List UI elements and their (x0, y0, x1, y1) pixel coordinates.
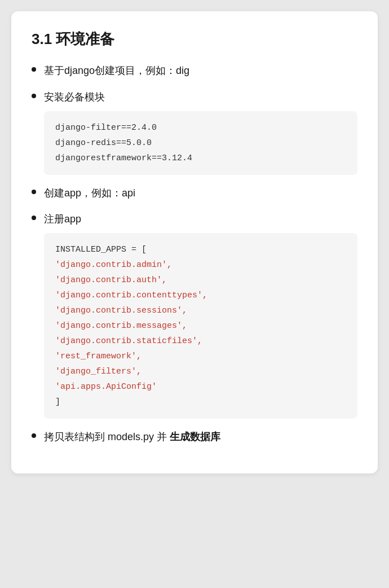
code-line: 'django.contrib.admin', (55, 257, 346, 273)
bullet-text: 基于django创建项目，例如：dig (44, 63, 357, 79)
bullet-dot (32, 433, 36, 438)
list-item: 拷贝表结构到 models.py 并 生成数据库 (32, 429, 357, 445)
code-line: 'django.contrib.auth', (55, 273, 346, 288)
bullet-dot (32, 190, 36, 194)
bullet-dot (32, 216, 36, 220)
section-title: 3.1 环境准备 (32, 29, 357, 49)
code-block-modules: django-filter==2.4.0 django-redis==5.0.0… (44, 111, 357, 175)
code-line: 'django.contrib.staticfiles', (55, 334, 346, 349)
code-block-installed-apps: INSTALLED_APPS = [ 'django.contrib.admin… (44, 233, 357, 419)
code-line: 'django_filters', (55, 364, 346, 379)
bullet-text: 注册app (44, 211, 81, 227)
list-item: 安装必备模块 django-filter==2.4.0 django-redis… (32, 89, 357, 175)
code-line: django-redis==5.0.0 (55, 135, 346, 151)
list-item: 创建app，例如：api (32, 185, 357, 201)
highlight-text: 生成数据库 (170, 431, 220, 442)
bullet-dot (32, 94, 36, 98)
code-line: ] (55, 394, 346, 410)
bullet-dot (32, 67, 36, 72)
bullet-text: 创建app，例如：api (44, 185, 357, 201)
code-line: 'django.contrib.sessions', (55, 303, 346, 318)
bullet-text: 拷贝表结构到 models.py 并 生成数据库 (44, 429, 357, 445)
code-line: 'api.apps.ApiConfig' (55, 379, 346, 394)
code-line: djangorestframework==3.12.4 (55, 151, 346, 166)
main-card: 3.1 环境准备 基于django创建项目，例如：dig 安装必备模块 djan… (11, 11, 378, 473)
bullet-text: 安装必备模块 (44, 89, 105, 106)
bullet-list: 基于django创建项目，例如：dig 安装必备模块 django-filter… (32, 63, 357, 445)
code-line: 'django.contrib.contenttypes', (55, 288, 346, 303)
list-item: 注册app INSTALLED_APPS = [ 'django.contrib… (32, 211, 357, 419)
code-line: 'rest_framework', (55, 349, 346, 364)
list-item: 基于django创建项目，例如：dig (32, 63, 357, 79)
code-line: 'django.contrib.messages', (55, 318, 346, 334)
code-line: INSTALLED_APPS = [ (55, 242, 346, 257)
code-line: django-filter==2.4.0 (55, 120, 346, 135)
